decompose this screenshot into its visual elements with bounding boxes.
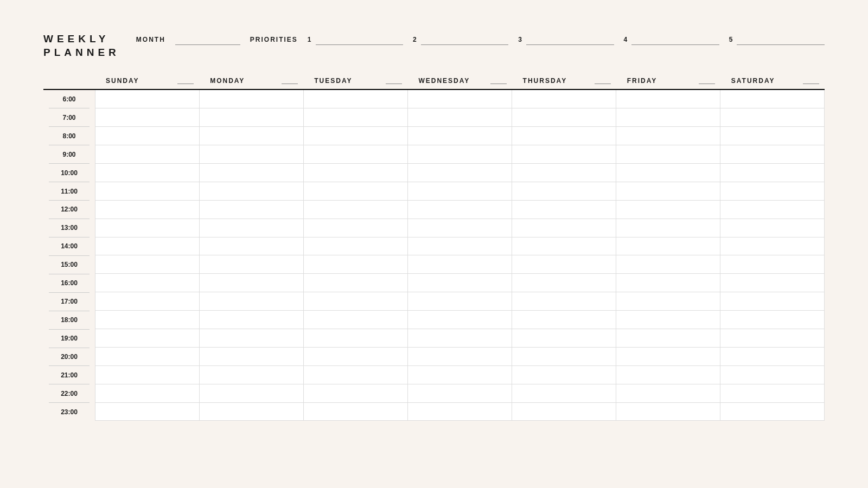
schedule-cell[interactable] [616,90,720,108]
schedule-cell[interactable] [95,145,199,164]
day-date-slot[interactable] [595,78,611,84]
day-date-slot[interactable] [490,78,507,84]
schedule-cell[interactable] [200,145,303,164]
schedule-cell[interactable] [616,145,720,164]
schedule-cell[interactable] [512,366,616,384]
schedule-cell[interactable] [408,164,512,182]
schedule-cell[interactable] [616,366,720,384]
schedule-cell[interactable] [200,201,303,219]
schedule-cell[interactable] [304,90,407,108]
schedule-cell[interactable] [95,201,199,219]
schedule-cell[interactable] [720,255,824,274]
schedule-cell[interactable] [616,274,720,292]
schedule-cell[interactable] [408,384,512,403]
schedule-cell[interactable] [408,292,512,311]
schedule-cell[interactable] [408,348,512,366]
schedule-cell[interactable] [304,108,407,127]
schedule-cell[interactable] [200,108,303,127]
schedule-cell[interactable] [720,90,824,108]
schedule-cell[interactable] [95,255,199,274]
schedule-cell[interactable] [720,182,824,201]
schedule-cell[interactable] [616,311,720,329]
day-date-slot[interactable] [386,78,402,84]
schedule-cell[interactable] [512,219,616,237]
schedule-cell[interactable] [720,366,824,384]
schedule-cell[interactable] [408,201,512,219]
priority-1-input[interactable] [316,34,404,45]
schedule-cell[interactable] [304,384,407,403]
schedule-cell[interactable] [512,182,616,201]
schedule-cell[interactable] [720,201,824,219]
schedule-cell[interactable] [200,366,303,384]
schedule-cell[interactable] [512,311,616,329]
schedule-cell[interactable] [200,182,303,201]
schedule-cell[interactable] [512,348,616,366]
schedule-cell[interactable] [616,329,720,348]
priority-2-input[interactable] [421,34,509,45]
schedule-cell[interactable] [720,384,824,403]
schedule-cell[interactable] [200,384,303,403]
month-input[interactable] [175,34,240,45]
schedule-cell[interactable] [616,182,720,201]
schedule-cell[interactable] [720,348,824,366]
schedule-cell[interactable] [95,384,199,403]
schedule-cell[interactable] [304,329,407,348]
schedule-cell[interactable] [408,255,512,274]
schedule-cell[interactable] [200,90,303,108]
schedule-cell[interactable] [408,366,512,384]
schedule-cell[interactable] [200,292,303,311]
schedule-cell[interactable] [304,348,407,366]
schedule-cell[interactable] [304,274,407,292]
schedule-cell[interactable] [720,127,824,145]
day-date-slot[interactable] [177,78,194,84]
schedule-cell[interactable] [200,127,303,145]
day-date-slot[interactable] [699,78,715,84]
schedule-cell[interactable] [304,219,407,237]
schedule-cell[interactable] [95,366,199,384]
schedule-cell[interactable] [512,292,616,311]
schedule-cell[interactable] [512,201,616,219]
schedule-cell[interactable] [200,164,303,182]
schedule-cell[interactable] [512,255,616,274]
schedule-cell[interactable] [95,329,199,348]
schedule-cell[interactable] [95,274,199,292]
schedule-cell[interactable] [304,292,407,311]
schedule-cell[interactable] [616,201,720,219]
schedule-cell[interactable] [720,329,824,348]
schedule-cell[interactable] [408,219,512,237]
schedule-cell[interactable] [720,164,824,182]
schedule-cell[interactable] [200,403,303,421]
schedule-cell[interactable] [304,182,407,201]
schedule-cell[interactable] [720,145,824,164]
schedule-cell[interactable] [304,127,407,145]
schedule-cell[interactable] [304,237,407,256]
schedule-cell[interactable] [616,403,720,421]
schedule-cell[interactable] [200,348,303,366]
schedule-cell[interactable] [95,164,199,182]
schedule-cell[interactable] [720,237,824,256]
schedule-cell[interactable] [95,348,199,366]
priority-3-input[interactable] [526,34,614,45]
schedule-cell[interactable] [95,292,199,311]
schedule-cell[interactable] [200,311,303,329]
schedule-cell[interactable] [200,255,303,274]
schedule-cell[interactable] [304,255,407,274]
schedule-cell[interactable] [304,201,407,219]
schedule-cell[interactable] [512,90,616,108]
schedule-cell[interactable] [512,403,616,421]
schedule-cell[interactable] [512,127,616,145]
schedule-cell[interactable] [720,292,824,311]
schedule-cell[interactable] [720,403,824,421]
schedule-cell[interactable] [304,311,407,329]
schedule-cell[interactable] [512,108,616,127]
schedule-cell[interactable] [616,237,720,256]
schedule-cell[interactable] [408,182,512,201]
schedule-cell[interactable] [512,384,616,403]
schedule-cell[interactable] [616,384,720,403]
day-date-slot[interactable] [803,78,819,84]
schedule-cell[interactable] [408,311,512,329]
schedule-cell[interactable] [616,127,720,145]
schedule-cell[interactable] [616,219,720,237]
priority-4-input[interactable] [631,34,719,45]
schedule-cell[interactable] [200,219,303,237]
